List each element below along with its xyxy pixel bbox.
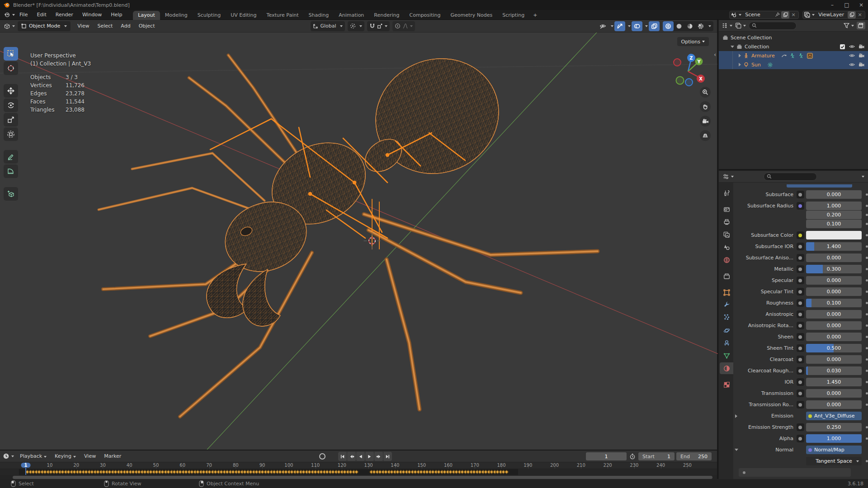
value-slider[interactable]: 0.000 — [806, 310, 862, 319]
overlays-toggle[interactable] — [632, 21, 642, 31]
value-slider[interactable]: 0.000 — [806, 355, 862, 364]
value-slider[interactable]: 0.000 — [806, 333, 862, 341]
keyframe-dot[interactable] — [866, 358, 868, 361]
value-slider[interactable]: 0.000 — [806, 190, 862, 199]
stopwatch-icon[interactable] — [629, 453, 636, 460]
xray-toggle[interactable] — [649, 21, 660, 31]
keyframe-dot[interactable] — [866, 193, 868, 196]
outliner-item-label[interactable]: Collection — [745, 44, 769, 50]
eye-toggle[interactable] — [849, 44, 855, 50]
menu-render[interactable]: Render — [51, 10, 78, 20]
animate-toggle[interactable] — [797, 277, 804, 284]
outliner-item-label[interactable]: Scene Collection — [731, 35, 772, 41]
animate-toggle[interactable] — [797, 202, 804, 210]
tab-modeling[interactable]: Modeling — [160, 11, 193, 20]
value-slider[interactable]: 1.450 — [806, 378, 862, 386]
node-field[interactable] — [739, 468, 851, 477]
new-scene-button[interactable] — [781, 11, 789, 19]
value-slider[interactable]: 0.300 — [806, 265, 862, 273]
new-view-layer-button[interactable] — [848, 11, 856, 19]
zoom-icon[interactable] — [700, 87, 711, 98]
camera-toggle[interactable] — [859, 53, 864, 59]
value-slider[interactable]: 0.000 — [806, 400, 862, 409]
outliner-row-armature[interactable]: Armature — [719, 51, 868, 60]
transform-orientation-selector[interactable]: Global — [311, 21, 344, 31]
value-slider[interactable]: 0.030 — [806, 366, 862, 375]
disclosure-closed-icon[interactable] — [739, 63, 741, 66]
disclosure-open-icon[interactable] — [735, 449, 738, 451]
datablock-field[interactable]: Ant_V3e_Diffuse — [806, 412, 862, 420]
tab-geometry-nodes[interactable]: Geometry Nodes — [445, 11, 497, 20]
menu-window[interactable]: Window — [78, 10, 106, 20]
eye-toggle[interactable] — [849, 53, 855, 59]
viewport-3d[interactable]: Object Mode ViewSelectAddObject Global — [0, 20, 718, 450]
value-slider[interactable]: 0.000 — [806, 276, 862, 285]
tab-texture-paint[interactable]: Texture Paint — [262, 11, 304, 20]
grid-view-icon[interactable] — [700, 130, 711, 141]
keyframe-dot[interactable] — [866, 223, 868, 225]
measure-tool-button[interactable] — [4, 164, 18, 178]
animate-toggle[interactable] — [797, 191, 804, 198]
close-button[interactable]: × — [857, 2, 865, 8]
outliner-filter-type-button[interactable] — [735, 23, 746, 28]
timeline-menu-playback[interactable]: Playback — [16, 453, 51, 459]
keyframe-dot[interactable] — [866, 381, 868, 383]
properties-tab-particles[interactable] — [720, 311, 733, 323]
value-slider[interactable]: 0.500 — [806, 344, 862, 352]
viewport-scene[interactable] — [0, 20, 718, 450]
timeline-ruler[interactable]: 1102030405060708090100110120130140150160… — [0, 462, 717, 469]
navigation-gizmo[interactable]: Z Y X — [671, 52, 705, 87]
value-slider[interactable]: 0.100 — [806, 220, 862, 228]
properties-tab-texture[interactable] — [720, 379, 733, 390]
value-slider[interactable]: 1.400 — [806, 242, 862, 251]
animate-toggle[interactable] — [797, 231, 804, 239]
value-slider[interactable]: 1.000 — [806, 202, 862, 210]
properties-tab-render[interactable] — [720, 203, 733, 215]
properties-tab-view-layer[interactable] — [720, 229, 733, 240]
snap-controls[interactable] — [367, 21, 390, 31]
animate-toggle[interactable] — [797, 367, 804, 375]
object-visibility-button[interactable] — [597, 21, 608, 31]
outliner-item-label[interactable]: Sun — [751, 62, 761, 68]
add-cube-tool-button[interactable] — [4, 187, 18, 201]
animate-toggle[interactable] — [797, 356, 804, 363]
keyframe-dot[interactable] — [866, 426, 868, 428]
animate-toggle[interactable] — [797, 423, 804, 431]
scene-selector[interactable]: Scene × — [729, 11, 799, 19]
timeline-menu-view[interactable]: View — [80, 453, 100, 459]
outliner-filter-button[interactable] — [844, 23, 854, 28]
outliner-search-input[interactable] — [749, 22, 797, 30]
editor-type-button[interactable] — [4, 23, 15, 29]
play-reverse-button[interactable] — [356, 452, 365, 461]
camera-view-icon[interactable] — [700, 116, 711, 127]
auto-keying-toggle[interactable] — [319, 453, 326, 460]
value-slider[interactable]: 0.000 — [806, 321, 862, 330]
menu-edit[interactable]: Edit — [32, 10, 51, 20]
end-frame-field[interactable]: End250 — [676, 452, 712, 460]
animate-toggle[interactable] — [797, 299, 804, 307]
eye-toggle[interactable] — [849, 62, 855, 68]
new-collection-button[interactable] — [857, 22, 865, 29]
scale-tool-button[interactable] — [4, 113, 18, 127]
value-slider[interactable]: 1.000 — [806, 434, 862, 443]
properties-tab-world[interactable] — [720, 254, 733, 266]
app-menu-icon[interactable] — [4, 12, 15, 18]
tab-shading[interactable]: Shading — [304, 11, 334, 20]
viewport-menu-add[interactable]: Add — [117, 23, 134, 29]
keyframe-dot[interactable] — [866, 347, 868, 349]
gizmos-toggle[interactable] — [614, 21, 625, 31]
tab-layout[interactable]: Layout — [133, 11, 160, 20]
keyframe-dot[interactable] — [866, 460, 868, 462]
keyframe-dot[interactable] — [866, 302, 868, 304]
jump-to-start-button[interactable] — [338, 452, 347, 461]
outliner-row-scene-collection[interactable]: Scene Collection — [719, 33, 868, 42]
animate-toggle[interactable] — [797, 333, 804, 341]
tab-rendering[interactable]: Rendering — [369, 11, 404, 20]
falloff-curve-icon[interactable] — [402, 23, 413, 29]
properties-tab-output[interactable] — [720, 216, 733, 228]
snap-target-icon[interactable] — [377, 23, 387, 29]
move-tool-button[interactable] — [4, 84, 18, 98]
properties-tab-tool[interactable] — [720, 187, 733, 199]
animate-toggle[interactable] — [797, 254, 804, 262]
properties-tab-modifiers[interactable] — [720, 298, 733, 310]
